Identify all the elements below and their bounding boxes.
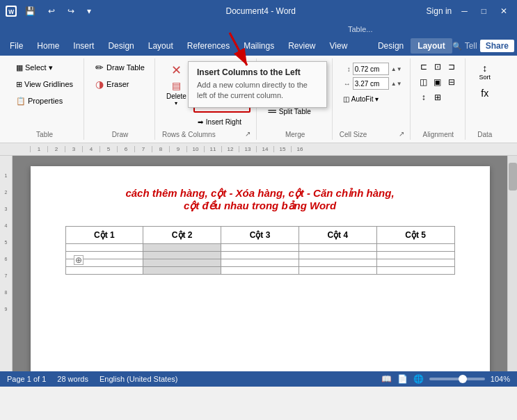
document-title-text: cách thêm hàng, cột - Xóa hàng, cột - Că…: [65, 187, 455, 212]
ruler-mark-8: 8: [5, 280, 8, 296]
cell-r2c2[interactable]: [143, 252, 221, 259]
title-bar: W 💾 ↩ ↪ ▾ Document4 - Word Sign in ─ □ ✕: [0, 0, 517, 22]
customize-qat-btn[interactable]: ▾: [83, 5, 95, 17]
cell-r4c3[interactable]: [221, 267, 299, 275]
delete-label: Delete: [166, 92, 186, 100]
cell-r4c5[interactable]: [376, 267, 454, 275]
sort-button[interactable]: ↕ Sort: [472, 60, 498, 83]
menu-file[interactable]: File: [3, 38, 30, 54]
cell-r4c1[interactable]: [65, 267, 143, 275]
tooltip-desc: Add a new column directly to the left of…: [197, 80, 318, 102]
height-spinner[interactable]: ▲▼: [391, 66, 402, 72]
align-tc-button[interactable]: ⊡: [431, 60, 444, 74]
table-row: [65, 244, 454, 252]
menu-design[interactable]: Design: [101, 38, 141, 54]
insert-right-button[interactable]: ➡ Insert Right: [193, 114, 251, 129]
table-row: [65, 259, 454, 267]
cell-r1c5[interactable]: [376, 244, 454, 252]
table-tools-layout-tab[interactable]: Layout: [411, 38, 452, 54]
autofit-label: AutoFit ▾: [351, 95, 379, 103]
col-header-3[interactable]: Cột 3: [221, 227, 299, 244]
delete-button[interactable]: ✕▤ Delete ▾: [162, 60, 191, 109]
page-scroll-area[interactable]: ⊕ cách thêm hàng, cột - Xóa hàng, cột - …: [13, 156, 507, 371]
properties-button[interactable]: 📋 Properties: [11, 93, 67, 108]
menu-mailings[interactable]: Mailings: [237, 38, 281, 54]
align-tr-icon: ⊐: [448, 62, 455, 72]
cell-size-dialog-icon[interactable]: ↗: [399, 130, 404, 138]
sort-label: Sort: [479, 74, 491, 81]
save-title-btn[interactable]: 💾: [21, 5, 40, 17]
text-direction-button[interactable]: ↕: [417, 90, 430, 104]
cell-r1c3[interactable]: [221, 244, 299, 252]
minimize-btn[interactable]: ─: [457, 5, 472, 17]
status-read-mode[interactable]: 📖: [381, 374, 392, 384]
status-print-layout[interactable]: 📄: [397, 374, 408, 384]
close-btn[interactable]: ✕: [496, 5, 511, 17]
cell-r3c5[interactable]: [376, 259, 454, 267]
maximize-btn[interactable]: □: [477, 5, 491, 17]
cell-r3c3[interactable]: [221, 259, 299, 267]
cell-r3c4[interactable]: [299, 259, 376, 267]
align-mc-button[interactable]: ▣: [431, 75, 444, 89]
draw-table-label: Draw Table: [106, 63, 145, 72]
ribbon-group-data: ↕ Sort fx Data: [467, 58, 503, 140]
cell-r2c3[interactable]: [221, 252, 299, 259]
height-input[interactable]: [353, 63, 389, 75]
ruler-mark-3: 3: [5, 196, 8, 213]
col-header-1[interactable]: Cột 1: [65, 227, 143, 244]
menu-review[interactable]: Review: [281, 38, 322, 54]
cell-margins-button[interactable]: ⊞: [431, 90, 444, 104]
cell-r1c1[interactable]: [65, 244, 143, 252]
width-row: ↔ ▲▼: [340, 77, 402, 90]
width-input[interactable]: [353, 77, 389, 90]
menu-home[interactable]: Home: [30, 38, 66, 54]
select-icon: ▦: [16, 63, 23, 72]
cell-r2c4[interactable]: [299, 252, 376, 259]
draw-table-button[interactable]: ✏ Draw Table: [91, 60, 149, 75]
col-header-4[interactable]: Cột 4: [299, 227, 376, 244]
status-web-layout[interactable]: 🌐: [413, 374, 424, 384]
cell-r3c2[interactable]: [143, 259, 221, 267]
select-button[interactable]: ▦ Select ▾: [11, 60, 58, 75]
title-bar-right: Sign in ─ □ ✕: [427, 5, 511, 17]
table-tools-design-tab[interactable]: Design: [371, 38, 411, 54]
cell-r1c4[interactable]: [299, 244, 376, 252]
align-ml-button[interactable]: ◫: [417, 75, 430, 89]
document-area: 1 2 3 4 5 6 7 8 9 ⊕ cách thêm hàng, cột …: [0, 156, 517, 371]
scrollbar-thumb[interactable]: [509, 163, 517, 191]
menu-insert[interactable]: Insert: [66, 38, 101, 54]
align-tr-button[interactable]: ⊐: [445, 60, 458, 74]
rows-cols-dialog-icon[interactable]: ↗: [245, 130, 250, 138]
ribbon-group-table: ▦ Select ▾ ⊞ View Gridlines 📋 Properties…: [6, 58, 84, 140]
menu-references[interactable]: References: [180, 38, 237, 54]
word-icon: W: [6, 6, 17, 17]
data-group-label: Data: [472, 129, 498, 138]
eraser-icon: ◑: [95, 79, 104, 90]
vertical-scrollbar[interactable]: [507, 156, 517, 371]
formula-button[interactable]: fx: [472, 85, 498, 102]
share-button[interactable]: Share: [480, 40, 514, 52]
redo-title-btn[interactable]: ↪: [63, 5, 79, 17]
align-mr-button[interactable]: ⊟: [445, 75, 458, 89]
zoom-slider[interactable]: [429, 378, 485, 380]
autofit-button[interactable]: ◫ AutoFit ▾: [340, 93, 382, 105]
view-gridlines-button[interactable]: ⊞ View Gridlines: [11, 76, 78, 92]
eraser-button[interactable]: ◑ Eraser: [91, 76, 133, 92]
width-spinner[interactable]: ▲▼: [391, 81, 402, 87]
sign-in-button[interactable]: Sign in: [427, 6, 452, 16]
cell-r1c2[interactable]: [143, 244, 221, 252]
col-header-2[interactable]: Cột 2: [143, 227, 221, 244]
menu-layout[interactable]: Layout: [141, 38, 180, 54]
cell-r4c2[interactable]: [143, 267, 221, 275]
cell-r2c5[interactable]: [376, 252, 454, 259]
align-tl-icon: ⊏: [420, 62, 427, 72]
view-gridlines-label: View Gridlines: [24, 80, 73, 88]
table-move-handle[interactable]: ⊕: [74, 255, 83, 265]
table-group-label: Table: [11, 129, 78, 138]
table-tools-bar: Table...: [0, 22, 517, 36]
cell-r4c4[interactable]: [299, 267, 376, 275]
undo-title-btn[interactable]: ↩: [44, 5, 59, 17]
menu-view[interactable]: View: [323, 38, 355, 54]
col-header-5[interactable]: Cột 5: [376, 227, 454, 244]
align-tl-button[interactable]: ⊏: [417, 60, 430, 74]
